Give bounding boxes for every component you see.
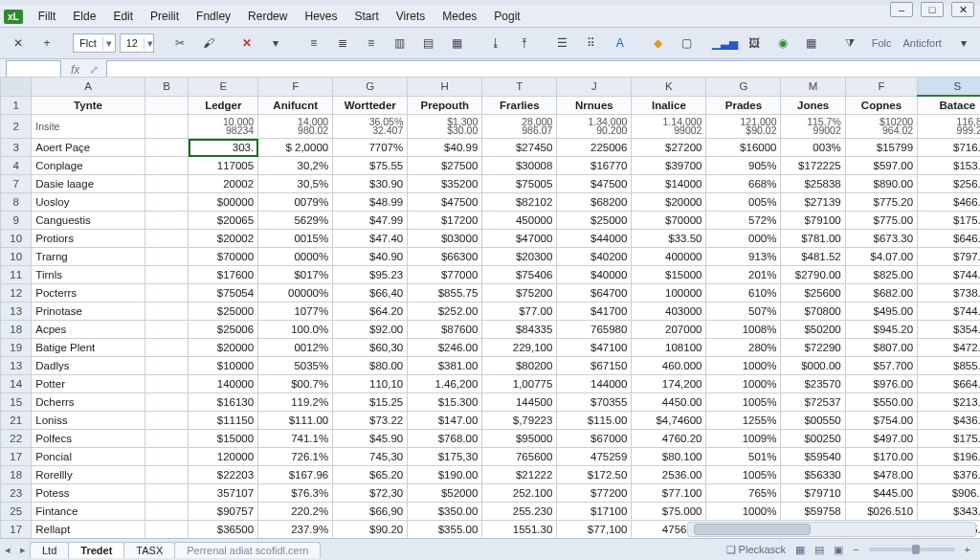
cell[interactable]: 403000 [632,302,706,321]
shape-icon[interactable]: ◉ [770,33,795,54]
sort-asc-icon[interactable]: ⭳ [483,33,508,54]
cell[interactable]: $646.40 [918,230,980,248]
row-header[interactable]: 22 [1,430,32,448]
cell[interactable]: 30,2% [258,157,333,175]
sheet-tab[interactable]: Ltd [30,542,69,558]
merge-icon[interactable]: ▥ [388,33,412,54]
cell[interactable]: $70355 [557,393,632,412]
cell[interactable]: 1000% [706,375,781,393]
header-cell[interactable]: Wortteder [333,96,408,115]
row-header[interactable]: 8 [1,193,32,212]
cell[interactable]: $754.00 [845,412,917,430]
cell[interactable]: $70000 [189,248,258,266]
cell[interactable]: $775.20 [845,193,917,212]
cell[interactable]: $15000 [632,266,706,284]
cell[interactable]: 110,10 [333,375,408,393]
cell[interactable] [145,503,189,521]
cell[interactable]: $550.00 [845,393,917,412]
cell[interactable]: $246.00 [408,339,482,357]
cell[interactable]: 450000 [482,212,557,230]
cell[interactable]: $75.000 [632,503,706,521]
cell[interactable]: 0015% [258,230,333,248]
cell[interactable]: $,79223 [482,412,557,430]
cell[interactable]: $56330 [781,466,845,484]
minimize-button[interactable]: – [890,2,913,17]
cell[interactable]: $68200 [557,193,632,212]
header-cell[interactable]: Nrnues [557,96,632,115]
cell[interactable] [145,393,189,412]
cell[interactable]: $20002 [189,230,258,248]
cell[interactable]: $27139 [781,193,845,212]
cell[interactable]: Loniss [32,412,145,430]
menu-item-start[interactable]: Start [346,8,386,25]
cell[interactable]: $75200 [482,284,557,302]
cell[interactable] [145,284,189,302]
cell[interactable]: $72,30 [333,484,408,503]
cell[interactable]: $14000 [632,175,706,193]
cell[interactable]: 0079% [258,193,333,212]
cell[interactable]: 765980 [557,321,632,339]
cell[interactable]: $478.00 [845,466,917,484]
cell[interactable]: 280% [706,339,781,357]
zoom-in-icon[interactable]: + [965,544,970,555]
cell[interactable]: 0012% [258,339,333,357]
cell[interactable]: $77000 [408,266,482,284]
cell[interactable]: 507% [706,302,781,321]
cell[interactable] [145,448,189,466]
align-left-icon[interactable]: ≡ [301,33,326,54]
cell[interactable]: Uosloy [32,193,145,212]
cell[interactable]: 1.14,000 99002 [632,115,706,139]
cell[interactable]: $343.59 [918,503,980,521]
cell[interactable]: $807.00 [845,339,917,357]
row-header[interactable]: 21 [1,412,32,430]
cell[interactable]: $60,30 [333,339,408,357]
cell[interactable]: $40.99 [408,139,482,157]
cell[interactable]: Dcherrs [32,393,145,412]
cell[interactable]: 000% [706,230,781,248]
cell[interactable]: $17200 [408,212,482,230]
cell[interactable]: $70800 [781,302,845,321]
cell[interactable]: $52000 [408,484,482,503]
cell[interactable]: $00550 [781,412,845,430]
cell[interactable]: $472.17 [918,339,980,357]
column-header[interactable]: J [557,78,632,97]
select-all-corner[interactable] [1,78,32,97]
cell[interactable]: Conplage [32,157,145,175]
cell[interactable]: $2790.00 [781,266,845,284]
cell[interactable]: $436.00 [918,412,980,430]
row-header[interactable]: 17 [1,521,32,539]
cell[interactable]: $10000 [189,357,258,375]
cell[interactable]: 745,30 [333,448,408,466]
cell[interactable]: 1.46,200 [408,375,482,393]
bullet-icon[interactable]: ⠿ [579,33,604,54]
cell[interactable]: $16130 [189,393,258,412]
cell[interactable]: $15.25 [333,393,408,412]
cell[interactable]: 20002 [189,175,258,193]
cell[interactable]: $50200 [781,321,845,339]
cell[interactable]: 1000% [706,503,781,521]
cell[interactable]: $445.00 [845,484,917,503]
cell[interactable] [145,302,189,321]
cell[interactable]: 121,000 $90.02 [706,115,781,139]
cell[interactable]: 572% [706,212,781,230]
cell[interactable]: $30008 [482,157,557,175]
close-window-button[interactable]: ✕ [951,2,974,17]
cell[interactable]: $213.39 [918,393,980,412]
font-size-combo[interactable]: 12 ▾ [120,34,154,53]
cell[interactable] [145,430,189,448]
cell[interactable]: $41700 [557,302,632,321]
cell[interactable]: $21222 [482,466,557,484]
cell[interactable]: $481.52 [781,248,845,266]
cell[interactable]: 1.34,000 90.200 [557,115,632,139]
cell[interactable]: $000.00 [781,357,845,375]
cell[interactable]: $172.50 [557,466,632,484]
row-header[interactable]: 23 [1,484,32,503]
menu-item-preilit[interactable]: Preilit [143,8,187,25]
menu-item-edit[interactable]: Edit [105,8,141,25]
cell[interactable]: $92.00 [333,321,408,339]
horizontal-scrollbar[interactable] [687,522,976,537]
menu-item-medes[interactable]: Medes [434,8,484,25]
cell[interactable]: $44000 [557,230,632,248]
cell[interactable] [145,115,189,139]
cell[interactable]: 1077% [258,302,333,321]
